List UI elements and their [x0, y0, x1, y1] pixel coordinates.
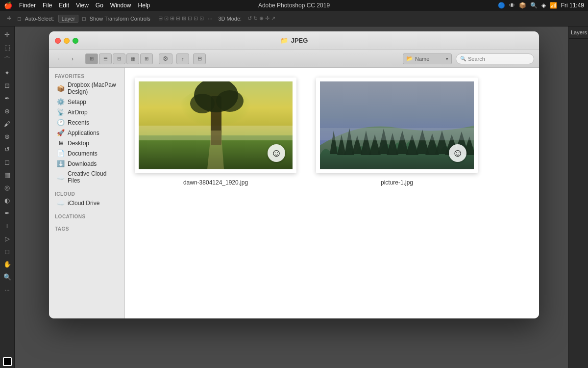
clone-tool[interactable]: ⊛	[1, 131, 13, 142]
3d-icons: ↺ ↻ ⊕ ✛ ↗	[247, 15, 275, 22]
move-tool[interactable]: ✛	[1, 28, 13, 40]
heal-tool[interactable]: ⊕	[1, 105, 13, 117]
magic-wand-tool[interactable]: ✦	[1, 67, 13, 79]
sidebar-setapp-label: Setapp	[68, 99, 86, 105]
apple-menu[interactable]: 🍎	[4, 1, 12, 9]
sidebar-item-dropbox[interactable]: 📦 Dropbox (MacPaw Design)	[51, 80, 122, 97]
favorites-label: Favorites	[49, 72, 124, 80]
icon-view-button[interactable]: ⊞	[85, 53, 98, 64]
3d-mode-label: 3D Mode:	[218, 16, 242, 22]
ps-tool-panel: ✛ ⬚ ⌒ ✦ ⊡ ✒ ⊕ 🖌 ⊛ ↺ ◻ ▦ ◎ ◐ ✒ T ▷ ◻ ✋ 🔍 …	[0, 26, 15, 368]
sidebar-item-applications[interactable]: 🚀 Applications	[51, 128, 122, 138]
file-item-forest[interactable]: ☺ picture-1.jpg	[316, 78, 478, 186]
back-button[interactable]: ‹	[54, 54, 64, 64]
foreground-color[interactable]	[3, 357, 12, 366]
gradient-tool[interactable]: ▦	[1, 169, 13, 181]
hand-tool[interactable]: ✋	[1, 258, 13, 270]
sidebar-item-recents[interactable]: 🕐 Recents	[51, 117, 122, 128]
text-tool[interactable]: T	[1, 220, 13, 232]
sidebar-item-airdrop[interactable]: 📡 AirDrop	[51, 107, 122, 117]
settings-button[interactable]: ⚙	[159, 53, 172, 64]
layers-tab[interactable]: Layers	[569, 26, 588, 39]
auto-select-label: □	[18, 16, 21, 22]
move-tool-icon[interactable]: ✛	[4, 14, 14, 24]
sidebar-recents-label: Recents	[68, 119, 89, 126]
window-title: JPEG	[291, 37, 308, 44]
search-icon: 🔍	[460, 56, 466, 61]
sort-label: Name	[415, 56, 444, 62]
setapp-icon: ⚙️	[57, 98, 65, 105]
file-thumbnail-forest: ☺	[316, 78, 478, 173]
icloud-label: iCloud	[49, 189, 124, 198]
eraser-tool[interactable]: ◻	[1, 156, 13, 168]
list-view-button[interactable]: ☰	[99, 53, 112, 64]
sidebar-item-creative-cloud[interactable]: ☁️ Creative Cloud Files	[51, 169, 122, 185]
recents-icon: 🕐	[57, 119, 65, 126]
finder-sidebar: Favorites 📦 Dropbox (MacPaw Design) ⚙️ S…	[49, 68, 125, 318]
finder-window: 📁 JPEG ‹ › ⊞ ☰ ⊟ ▦ ⊞ ⚙ ↑	[49, 31, 539, 318]
file-item-dawn[interactable]: ☺ dawn-3804124_1920.jpg	[135, 78, 296, 186]
path-tool[interactable]: ▷	[1, 233, 13, 244]
menubar-right: 🔵 👁 📦 🔍 ◈ 📶 Fri 11:49	[498, 2, 584, 9]
sidebar-item-setapp[interactable]: ⚙️ Setapp	[51, 97, 122, 107]
app-name[interactable]: Finder	[19, 2, 36, 9]
svg-point-6	[190, 94, 215, 113]
menu-help[interactable]: Help	[138, 2, 150, 9]
search-box[interactable]: 🔍	[456, 53, 534, 64]
brush-tool[interactable]: 🖌	[1, 118, 13, 130]
menu-view[interactable]: View	[76, 2, 89, 9]
lasso-tool[interactable]: ⌒	[1, 54, 13, 66]
search-menu-icon[interactable]: 🔍	[530, 2, 538, 9]
coverflow-view-button[interactable]: ⊞	[140, 53, 153, 64]
gallery-view-button[interactable]: ▦	[126, 53, 139, 64]
close-button[interactable]	[55, 38, 61, 44]
finder-body: Favorites 📦 Dropbox (MacPaw Design) ⚙️ S…	[49, 68, 539, 318]
sidebar-item-downloads[interactable]: ⬇️ Downloads	[51, 158, 122, 169]
sidebar-item-icloud-drive[interactable]: ☁️ iCloud Drive	[51, 198, 122, 208]
sidebar-item-documents[interactable]: 📄 Documents	[51, 148, 122, 158]
history-tool[interactable]: ↺	[1, 143, 13, 155]
edit-tags-button[interactable]: ⊟	[193, 53, 206, 64]
locations-label: Locations	[49, 212, 124, 220]
creative-cloud-icon: ☁️	[57, 174, 65, 181]
share-button[interactable]: ↑	[176, 53, 189, 64]
more-tools[interactable]: ···	[1, 284, 13, 295]
file-thumbnail-dawn: ☺	[135, 78, 296, 173]
crop-tool[interactable]: ⊡	[1, 79, 13, 91]
pen-tool[interactable]: ✒	[1, 207, 13, 219]
dodge-tool[interactable]: ◐	[1, 194, 13, 206]
tags-label: Tags	[49, 224, 124, 233]
column-view-button[interactable]: ⊟	[113, 53, 125, 64]
sort-dropdown[interactable]: 📂 Name ▾	[403, 53, 452, 64]
maximize-button[interactable]	[73, 38, 78, 44]
layer-dropdown[interactable]: Layer	[58, 15, 79, 23]
sidebar-item-desktop[interactable]: 🖥 Desktop	[51, 138, 122, 148]
menu-edit[interactable]: Edit	[59, 2, 69, 9]
minimize-button[interactable]	[64, 38, 70, 44]
eyedropper-tool[interactable]: ✒	[1, 92, 13, 104]
eyecon-icon: 👁	[509, 2, 515, 9]
finder-titlebar: 📁 JPEG	[49, 31, 539, 50]
menu-file[interactable]: File	[43, 2, 52, 9]
siri-icon[interactable]: ◈	[541, 2, 546, 9]
search-input[interactable]	[468, 56, 530, 62]
marquee-tool[interactable]: ⬚	[1, 41, 13, 53]
blur-tool[interactable]: ◎	[1, 182, 13, 193]
menubar: 🍎 Finder File Edit View Go Window Help A…	[0, 0, 588, 11]
more-options-icon[interactable]: ···	[208, 16, 212, 22]
airdrop-icon: 📡	[57, 108, 65, 116]
menu-window[interactable]: Window	[110, 2, 131, 9]
zoom-tool[interactable]: 🔍	[1, 271, 13, 283]
menu-go[interactable]: Go	[96, 2, 103, 9]
share-icon: ↑	[181, 56, 184, 62]
sidebar-airdrop-label: AirDrop	[68, 109, 88, 116]
bluetooth-icon: 🔵	[498, 2, 505, 9]
transform-checkbox[interactable]: □	[82, 16, 86, 22]
menubar-title: Adobe Photoshop CC 2019	[258, 2, 330, 9]
shape-tool[interactable]: ◻	[1, 245, 13, 257]
folder-icon-title: 📁	[280, 37, 288, 44]
ps-right-panel: Layers	[568, 26, 588, 368]
forward-button[interactable]: ›	[68, 54, 77, 64]
sidebar-downloads-label: Downloads	[68, 160, 97, 167]
traffic-lights	[55, 38, 78, 44]
